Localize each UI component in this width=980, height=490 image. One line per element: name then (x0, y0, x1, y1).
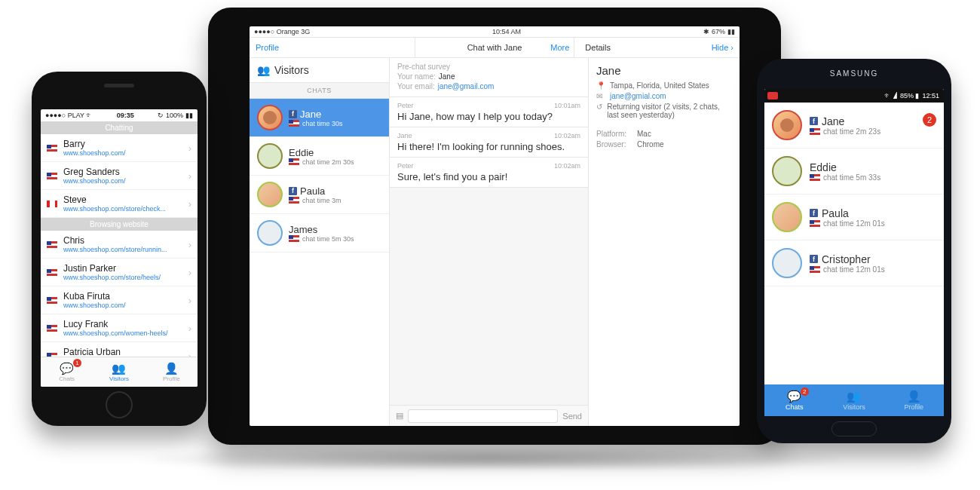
conversation-column: Pre-chat survey Your name:Jane Your emai… (390, 58, 589, 426)
visitor-name: Lucy Frank (63, 319, 182, 329)
chat-item[interactable]: Eddie chat time 5m 33s (764, 149, 944, 194)
pin-icon: 📍 (596, 81, 605, 90)
chat-name: fPaula (810, 207, 885, 219)
chat-item[interactable]: fJane chat time 2m 23s 2 (764, 103, 944, 149)
visitor-row[interactable]: Lucy Frank www.shoeshop.com/women-heels/… (41, 314, 198, 342)
section-chatting: Chatting (41, 121, 198, 134)
chevron-right-icon: › (188, 267, 191, 278)
flag-icon (289, 197, 299, 204)
chat-name: Eddie (810, 161, 880, 173)
visitor-row[interactable]: Justin Parker www.shoeshop.com/store/hee… (41, 259, 198, 286)
survey-email-value[interactable]: jane@gmail.com (438, 82, 495, 90)
facebook-icon: f (810, 117, 818, 125)
tab-visitors-label: Visitors (109, 375, 129, 382)
iphone-screen: ●●●●○ PLAY ᯤ 09:35 ↻ 100% ▮▮ Chatting Ba… (41, 109, 198, 387)
chat-subtitle: chat time 12m 01s (810, 219, 885, 228)
visitor-url: www.shoeshop.com/women-heels/ (63, 329, 182, 337)
chat-subtitle: chat time 12m 01s (810, 265, 885, 274)
visitor-url: www.shoeshop.com/store/heels/ (63, 274, 182, 281)
chat-item[interactable]: fPaula chat time 3m (250, 176, 389, 214)
iphone-tab-bar: 💬 1 Chats 👥 Visitors 👤 Profile (41, 357, 198, 387)
tablet-nav-bar: Profile Chat with Jane More Details Hide… (250, 37, 740, 58)
tab-profile[interactable]: 👤 Profile (145, 357, 198, 387)
tab-chats[interactable]: 💬 2 Chats (764, 384, 824, 416)
message-input[interactable] (408, 409, 558, 423)
status-carrier: ●●●●○ PLAY ᯤ (45, 112, 93, 119)
visitor-row[interactable]: Barry www.shoeshop.com/ › (41, 134, 198, 162)
chats-section-label: CHATS (250, 82, 389, 99)
tab-profile-label: Profile (163, 375, 180, 382)
platform-label: Platform: (596, 130, 632, 138)
tab-profile[interactable]: 👤 Profile (884, 384, 944, 416)
flag-icon (47, 297, 57, 304)
chat-item[interactable]: James chat time 5m 30s (250, 214, 389, 253)
attachment-icon[interactable]: ▤ (396, 411, 403, 421)
chat-subtitle: chat time 2m 30s (289, 158, 381, 166)
tab-chats[interactable]: 💬 1 Chats (41, 357, 93, 387)
chevron-right-icon: › (188, 170, 191, 182)
visitor-url: www.shoeshop.com/ (63, 302, 182, 309)
avatar (772, 248, 802, 278)
chat-item[interactable]: fCristopher chat time 12m 01s (764, 240, 944, 286)
survey-name-label: Your name: (397, 72, 436, 81)
details-label: Details (585, 43, 611, 52)
status-time: 12:51 (922, 92, 939, 100)
message: Peter10:01am Hi Jane, how may I help you… (390, 97, 588, 127)
survey-email-label: Your email: (397, 82, 435, 90)
visitor-row[interactable]: Greg Sanders www.shoeshop.com/ › (41, 162, 198, 190)
flag-icon (810, 174, 820, 181)
tablet-screen: ●●●●○ Orange 3G 10:54 AM ✱ 67% ▮▮ Profil… (250, 26, 740, 426)
visitors-icon: 👥 (112, 362, 126, 375)
status-carrier: ●●●●○ Orange 3G (254, 28, 310, 35)
avatar (257, 105, 283, 130)
prechat-survey: Pre-chat survey Your name:Jane Your emai… (390, 58, 588, 97)
visitor-row[interactable]: Steve www.shoeshop.com/store/check... › (41, 190, 198, 218)
flag-icon (47, 201, 57, 207)
send-button[interactable]: Send (562, 412, 582, 421)
avatar (772, 110, 802, 140)
chevron-right-icon: › (188, 351, 191, 357)
details-column: Jane 📍Tampa, Florida, United States ✉jan… (589, 58, 740, 426)
flag-icon (810, 220, 820, 227)
visitor-url: www.shoeshop.com/ (63, 149, 182, 157)
facebook-icon: f (289, 187, 297, 195)
message-text: Sure, let's find you a pair! (397, 170, 580, 182)
message-time: 10:02am (554, 162, 580, 170)
visitor-url: www.shoeshop.com/store/runnin... (63, 246, 182, 253)
tab-visitors[interactable]: 👥 Visitors (824, 384, 884, 416)
wifi-icon: ᯤ ◢ (884, 92, 897, 100)
tab-visitors-label: Visitors (843, 403, 865, 411)
chats-badge: 1 (73, 359, 81, 367)
chevron-right-icon: › (188, 198, 191, 210)
iphone-frame: ●●●●○ PLAY ᯤ 09:35 ↻ 100% ▮▮ Chatting Ba… (32, 72, 207, 426)
message-from: Jane (397, 132, 412, 139)
visitor-row[interactable]: Kuba Firuta www.shoeshop.com/ › (41, 286, 198, 314)
detail-email[interactable]: jane@gmial.com (610, 92, 666, 100)
tab-visitors[interactable]: 👥 Visitors (93, 357, 145, 387)
visitors-icon: 👥 (257, 64, 270, 76)
chat-subtitle: chat time 2m 23s (810, 127, 880, 136)
profile-button[interactable]: Profile (256, 43, 279, 52)
status-right: ✱ 67% ▮▮ (703, 28, 735, 35)
detail-returning: Returning visitor (2 visits, 2 chats, la… (607, 103, 732, 119)
section-browsing: Browsing website (41, 218, 198, 231)
status-battery: ↻ 100% ▮▮ (158, 112, 193, 119)
profile-icon: 👤 (907, 390, 921, 403)
chat-item[interactable]: fPaula chat time 12m 01s (764, 194, 944, 240)
iphone-list[interactable]: Chatting Barry www.shoeshop.com/ › Greg … (41, 121, 198, 357)
android-chat-list[interactable]: fJane chat time 2m 23s 2 Eddie chat time… (764, 103, 944, 384)
facebook-icon: f (289, 110, 297, 118)
more-button[interactable]: More (550, 43, 569, 52)
visitor-row[interactable]: Chris www.shoeshop.com/store/runnin... › (41, 231, 198, 259)
chat-item[interactable]: Eddie chat time 2m 30s (250, 137, 389, 176)
visitor-row[interactable]: Patricia Urban www.shoeshop.com › (41, 342, 198, 357)
hide-button[interactable]: Hide › (712, 43, 733, 52)
chat-item[interactable]: fJane chat time 30s (250, 99, 389, 137)
chat-name: fJane (810, 115, 880, 127)
iphone-status-bar: ●●●●○ PLAY ᯤ 09:35 ↻ 100% ▮▮ (41, 109, 198, 121)
chevron-right-icon: › (188, 239, 191, 250)
android-tab-bar: 💬 2 Chats 👥 Visitors 👤 Profile (764, 384, 944, 416)
visitors-header: 👥 Visitors (250, 58, 389, 82)
avatar (772, 156, 802, 186)
unread-badge: 2 (923, 113, 936, 127)
